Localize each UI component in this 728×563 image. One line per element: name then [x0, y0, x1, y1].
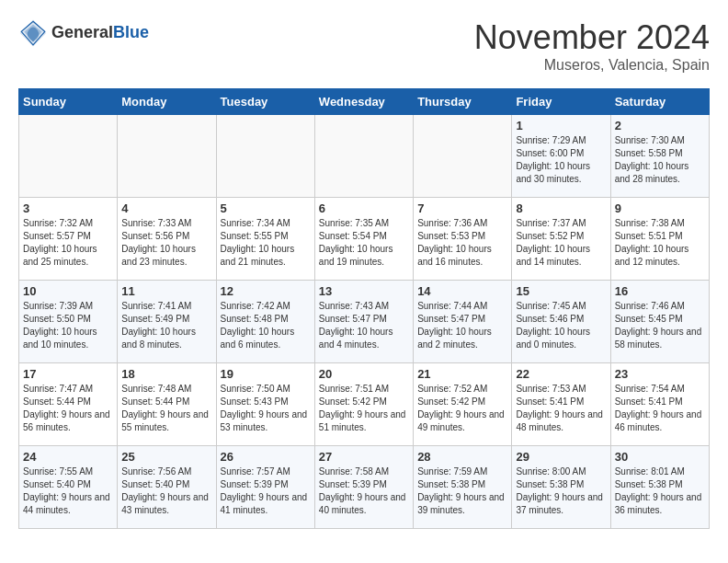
day-info: Sunrise: 7:41 AMSunset: 5:49 PMDaylight:…: [121, 300, 211, 351]
calendar-cell: 1 Sunrise: 7:29 AMSunset: 6:00 PMDayligh…: [512, 115, 610, 198]
logo: GeneralBlue: [18, 18, 149, 48]
calendar-cell: 20 Sunrise: 7:51 AMSunset: 5:42 PMDaylig…: [314, 363, 413, 446]
day-info: Sunrise: 7:34 AMSunset: 5:55 PMDaylight:…: [221, 217, 311, 269]
calendar-week-3: 10 Sunrise: 7:39 AMSunset: 5:50 PMDaylig…: [19, 281, 710, 363]
day-info: Sunrise: 8:01 AMSunset: 5:38 PMDaylight:…: [615, 465, 705, 517]
calendar-cell: 2 Sunrise: 7:30 AMSunset: 5:58 PMDayligh…: [610, 115, 709, 198]
day-number: 20: [319, 367, 409, 381]
calendar-cell: [414, 115, 512, 198]
calendar-cell: 19 Sunrise: 7:50 AMSunset: 5:43 PMDaylig…: [216, 363, 314, 446]
calendar-cell: 28 Sunrise: 7:59 AMSunset: 5:38 PMDaylig…: [414, 446, 512, 529]
day-info: Sunrise: 7:46 AMSunset: 5:45 PMDaylight:…: [615, 300, 705, 351]
calendar-week-2: 3 Sunrise: 7:32 AMSunset: 5:57 PMDayligh…: [19, 198, 710, 281]
day-info: Sunrise: 7:37 AMSunset: 5:52 PMDaylight:…: [516, 217, 606, 269]
day-number: 21: [417, 367, 507, 381]
day-number: 11: [121, 284, 211, 298]
day-info: Sunrise: 7:39 AMSunset: 5:50 PMDaylight:…: [23, 300, 113, 351]
day-info: Sunrise: 7:42 AMSunset: 5:48 PMDaylight:…: [221, 300, 311, 351]
day-number: 18: [121, 367, 211, 381]
day-number: 27: [319, 450, 409, 464]
logo-icon: [18, 18, 48, 48]
day-number: 22: [516, 367, 606, 381]
calendar-header-row: Sunday Monday Tuesday Wednesday Thursday…: [19, 89, 710, 115]
day-info: Sunrise: 7:48 AMSunset: 5:44 PMDaylight:…: [121, 383, 211, 434]
day-info: Sunrise: 7:45 AMSunset: 5:46 PMDaylight:…: [516, 300, 606, 351]
day-number: 14: [417, 284, 507, 298]
day-number: 17: [23, 367, 113, 381]
day-info: Sunrise: 7:33 AMSunset: 5:56 PMDaylight:…: [121, 217, 211, 269]
header-wednesday: Wednesday: [314, 89, 413, 115]
calendar-cell: 29 Sunrise: 8:00 AMSunset: 5:38 PMDaylig…: [512, 446, 610, 529]
calendar-table: Sunday Monday Tuesday Wednesday Thursday…: [18, 88, 710, 529]
day-number: 29: [516, 450, 606, 464]
calendar-cell: 15 Sunrise: 7:45 AMSunset: 5:46 PMDaylig…: [512, 281, 610, 363]
day-number: 4: [121, 201, 211, 215]
day-number: 30: [615, 450, 705, 464]
calendar-cell: 9 Sunrise: 7:38 AMSunset: 5:51 PMDayligh…: [610, 198, 709, 281]
day-number: 28: [417, 450, 507, 464]
day-info: Sunrise: 7:43 AMSunset: 5:47 PMDaylight:…: [319, 300, 409, 351]
calendar-cell: 8 Sunrise: 7:37 AMSunset: 5:52 PMDayligh…: [512, 198, 610, 281]
day-info: Sunrise: 7:53 AMSunset: 5:41 PMDaylight:…: [516, 383, 606, 434]
header-sunday: Sunday: [19, 89, 118, 115]
day-number: 15: [516, 284, 606, 298]
day-number: 3: [23, 201, 113, 215]
calendar-cell: 11 Sunrise: 7:41 AMSunset: 5:49 PMDaylig…: [118, 281, 216, 363]
calendar-cell: 16 Sunrise: 7:46 AMSunset: 5:45 PMDaylig…: [610, 281, 709, 363]
day-number: 8: [516, 201, 606, 215]
calendar-cell: [314, 115, 413, 198]
day-info: Sunrise: 7:54 AMSunset: 5:41 PMDaylight:…: [615, 383, 705, 434]
calendar-cell: 24 Sunrise: 7:55 AMSunset: 5:40 PMDaylig…: [19, 446, 118, 529]
day-info: Sunrise: 7:35 AMSunset: 5:54 PMDaylight:…: [319, 217, 409, 269]
day-number: 23: [615, 367, 705, 381]
calendar-cell: 10 Sunrise: 7:39 AMSunset: 5:50 PMDaylig…: [19, 281, 118, 363]
header-monday: Monday: [118, 89, 216, 115]
day-info: Sunrise: 7:56 AMSunset: 5:40 PMDaylight:…: [121, 465, 211, 517]
calendar-cell: 22 Sunrise: 7:53 AMSunset: 5:41 PMDaylig…: [512, 363, 610, 446]
header-tuesday: Tuesday: [216, 89, 314, 115]
calendar-cell: 6 Sunrise: 7:35 AMSunset: 5:54 PMDayligh…: [314, 198, 413, 281]
day-number: 5: [221, 201, 311, 215]
calendar-cell: 13 Sunrise: 7:43 AMSunset: 5:47 PMDaylig…: [314, 281, 413, 363]
month-title: November 2024: [474, 18, 710, 57]
header-friday: Friday: [512, 89, 610, 115]
logo-general: GeneralBlue: [51, 24, 149, 42]
day-info: Sunrise: 7:57 AMSunset: 5:39 PMDaylight:…: [221, 465, 311, 517]
day-number: 12: [221, 284, 311, 298]
day-info: Sunrise: 7:29 AMSunset: 6:00 PMDaylight:…: [516, 134, 606, 186]
day-info: Sunrise: 7:30 AMSunset: 5:58 PMDaylight:…: [615, 134, 705, 186]
day-number: 13: [319, 284, 409, 298]
calendar-cell: 7 Sunrise: 7:36 AMSunset: 5:53 PMDayligh…: [414, 198, 512, 281]
day-number: 7: [417, 201, 507, 215]
location: Museros, Valencia, Spain: [474, 57, 710, 74]
day-info: Sunrise: 7:47 AMSunset: 5:44 PMDaylight:…: [23, 383, 113, 434]
calendar-cell: 5 Sunrise: 7:34 AMSunset: 5:55 PMDayligh…: [216, 198, 314, 281]
calendar-week-5: 24 Sunrise: 7:55 AMSunset: 5:40 PMDaylig…: [19, 446, 710, 529]
day-number: 1: [516, 119, 606, 132]
day-info: Sunrise: 7:55 AMSunset: 5:40 PMDaylight:…: [23, 465, 113, 517]
calendar-week-1: 1 Sunrise: 7:29 AMSunset: 6:00 PMDayligh…: [19, 115, 710, 198]
day-info: Sunrise: 7:36 AMSunset: 5:53 PMDaylight:…: [417, 217, 507, 269]
page-header: GeneralBlue November 2024 Museros, Valen…: [18, 18, 710, 74]
day-number: 10: [23, 284, 113, 298]
day-info: Sunrise: 7:58 AMSunset: 5:39 PMDaylight:…: [319, 465, 409, 517]
logo-text: GeneralBlue: [51, 24, 149, 42]
calendar-cell: [19, 115, 118, 198]
calendar-cell: [216, 115, 314, 198]
day-info: Sunrise: 8:00 AMSunset: 5:38 PMDaylight:…: [516, 465, 606, 517]
day-number: 16: [615, 284, 705, 298]
calendar-cell: [118, 115, 216, 198]
calendar-cell: 14 Sunrise: 7:44 AMSunset: 5:47 PMDaylig…: [414, 281, 512, 363]
day-number: 19: [221, 367, 311, 381]
calendar-cell: 17 Sunrise: 7:47 AMSunset: 5:44 PMDaylig…: [19, 363, 118, 446]
calendar-cell: 25 Sunrise: 7:56 AMSunset: 5:40 PMDaylig…: [118, 446, 216, 529]
calendar-cell: 3 Sunrise: 7:32 AMSunset: 5:57 PMDayligh…: [19, 198, 118, 281]
calendar-cell: 12 Sunrise: 7:42 AMSunset: 5:48 PMDaylig…: [216, 281, 314, 363]
day-info: Sunrise: 7:52 AMSunset: 5:42 PMDaylight:…: [417, 383, 507, 434]
calendar-cell: 27 Sunrise: 7:58 AMSunset: 5:39 PMDaylig…: [314, 446, 413, 529]
calendar-cell: 21 Sunrise: 7:52 AMSunset: 5:42 PMDaylig…: [414, 363, 512, 446]
calendar-cell: 23 Sunrise: 7:54 AMSunset: 5:41 PMDaylig…: [610, 363, 709, 446]
day-info: Sunrise: 7:32 AMSunset: 5:57 PMDaylight:…: [23, 217, 113, 269]
day-info: Sunrise: 7:51 AMSunset: 5:42 PMDaylight:…: [319, 383, 409, 434]
header-thursday: Thursday: [414, 89, 512, 115]
